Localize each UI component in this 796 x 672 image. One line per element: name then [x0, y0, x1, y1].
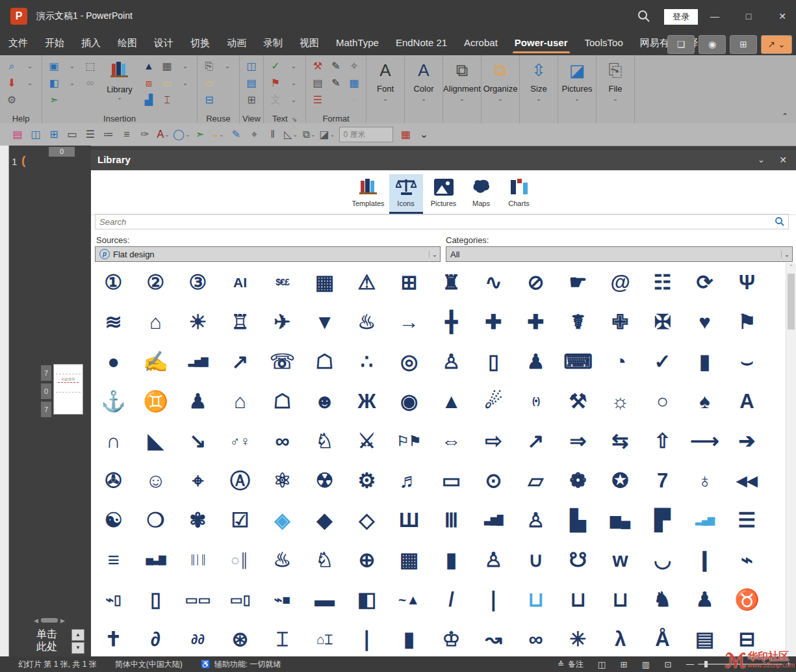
america-flag-icon[interactable]: ⚑	[726, 302, 768, 342]
arrow-right-outline-icon[interactable]: ⇨	[472, 421, 515, 461]
anchor-icon[interactable]: ⚓	[92, 381, 135, 421]
beaker-empty-icon[interactable]: ⊔	[557, 580, 599, 619]
number-2-icon[interactable]: ②	[135, 263, 177, 302]
library-tab-templates[interactable]: Templates	[352, 174, 385, 214]
bar-list-icon[interactable]: ☰	[726, 500, 768, 540]
language-indicator[interactable]: 简体中文(中国大陆)	[115, 659, 183, 670]
alignment-button[interactable]: ⧉Alignment⌄	[443, 55, 481, 129]
file-button[interactable]: ⎘File⌄	[597, 55, 635, 129]
apricot-icon[interactable]: ○	[641, 381, 684, 421]
baseball-batter-icon[interactable]: ♙	[472, 540, 515, 580]
align-left-button[interactable]: ☰	[82, 126, 99, 143]
chevron-down-icon[interactable]: ⌄	[64, 58, 80, 75]
cyclist-2-icon[interactable]: Å	[641, 619, 684, 656]
chevron-down-icon[interactable]: ⌄	[177, 58, 193, 75]
analysts-team-icon[interactable]: ♟	[515, 342, 557, 381]
comments-button[interactable]: ❏	[667, 35, 695, 54]
pictures-button[interactable]: ◪Pictures⌄	[558, 55, 597, 129]
ribbon-tab-Power-user[interactable]: Power-user	[506, 32, 576, 55]
farm-barn-icon[interactable]: ⌂	[135, 302, 177, 342]
ribbon-tab-动画[interactable]: 动画	[218, 32, 255, 55]
activity-pulse-icon[interactable]: ∿	[472, 263, 515, 302]
arrow-up-right-icon[interactable]: ↗	[515, 421, 557, 461]
ribbon-icon[interactable]: ⊟	[201, 92, 217, 109]
bicep-arms-icon[interactable]: ∂∂	[177, 619, 219, 656]
animator-desk-icon[interactable]: ♟	[177, 381, 219, 421]
ribbon-icon[interactable]: 文	[268, 92, 283, 109]
chevron-down-icon[interactable]: ⌄	[177, 75, 193, 92]
airport-icon[interactable]: ✈	[261, 302, 303, 342]
font-color-button[interactable]: A⌄	[155, 126, 172, 143]
horizontal-scrollbar[interactable]: ◀ ▶	[34, 616, 83, 625]
arrow-both-outline-icon[interactable]: ⇔	[430, 421, 472, 461]
atomic-bomb-icon[interactable]: ☢	[303, 461, 346, 500]
antenna-tower-icon[interactable]: ▲	[430, 381, 472, 421]
lasso-button[interactable]: ⌖	[246, 126, 263, 143]
ribbon-tab-录制[interactable]: 录制	[255, 32, 291, 55]
size-button[interactable]: ⇳Size⌄	[520, 55, 558, 129]
ribbon-icon[interactable]: ⧈	[141, 75, 157, 92]
analyst-phone-icon[interactable]: ☏	[261, 342, 303, 381]
slide-number[interactable]: 1	[12, 156, 17, 167]
record-button[interactable]: ◉	[699, 35, 726, 54]
ribbon-tab-设计[interactable]: 设计	[146, 32, 182, 55]
bar-chart-person-icon[interactable]: ♙	[515, 500, 557, 540]
battery-half-icon[interactable]: ◧	[346, 580, 388, 619]
bank-1-icon[interactable]: Ш	[388, 500, 430, 540]
ambulance-5-icon[interactable]: ✠	[641, 302, 684, 342]
arrow-long-thin-icon[interactable]: ⟶	[684, 421, 726, 461]
anvil-icon[interactable]: ⚒	[557, 381, 599, 421]
qat-more-button[interactable]: ⌄	[415, 126, 432, 143]
ribbon-icon[interactable]: ➣	[46, 92, 62, 109]
artist-fans-icon[interactable]: ☺	[135, 461, 177, 500]
art-reel-icon[interactable]: ✇	[92, 461, 135, 500]
chevron-down-icon[interactable]: ⌄	[286, 58, 302, 75]
ribbon-icon[interactable]: ⌕	[4, 58, 19, 75]
library-tab-maps[interactable]: Maps	[465, 174, 498, 214]
battery-charging-icon[interactable]: ⌁	[726, 540, 768, 580]
bid-winner-icon[interactable]: ♔	[430, 619, 472, 656]
save-button[interactable]: ▤	[9, 126, 26, 143]
beaker-blue-icon[interactable]: ⊔	[515, 580, 557, 619]
arrow-right-outline-2-icon[interactable]: ⇒	[557, 421, 599, 461]
align-paragraph-button[interactable]: ≔	[100, 126, 117, 143]
ribbon-icon[interactable]: ✧	[346, 92, 362, 109]
antenna-rings-icon[interactable]: ◉	[388, 381, 430, 421]
ribbon-icon[interactable]: ▤	[244, 75, 259, 92]
farm-silo-icon[interactable]: ♖	[219, 302, 261, 342]
robotic-arm-icon[interactable]: ⚙	[346, 461, 388, 500]
number-3-icon[interactable]: ③	[177, 263, 219, 302]
basket-icon[interactable]: ∪	[515, 540, 557, 580]
zoom-out-button[interactable]: —	[686, 660, 694, 669]
analytics-dots-icon[interactable]: ∴	[346, 342, 388, 381]
area-chart-icon[interactable]: ◣	[135, 421, 177, 461]
escape-run-icon[interactable]: →	[388, 302, 430, 342]
saxophones-icon[interactable]: ♬	[388, 461, 430, 500]
beaker-dark-icon[interactable]: ⊔	[599, 580, 641, 619]
wheat-icon[interactable]: Ψ	[726, 263, 768, 302]
chevron-down-icon[interactable]: ⌄	[758, 155, 765, 164]
ribbon-icon[interactable]: ☰	[310, 92, 326, 109]
ribbon-icon[interactable]: ∞	[83, 75, 98, 92]
share-button[interactable]: ↗ ⌄	[761, 35, 792, 54]
color-button[interactable]: AColor⌄	[405, 55, 443, 129]
library-tab-icons[interactable]: Icons	[389, 174, 423, 214]
barking-dog-icon[interactable]: ♘	[303, 540, 346, 580]
ballot-box-icon[interactable]: ☑	[219, 500, 261, 540]
align-justify-button[interactable]: ≡	[118, 126, 135, 143]
chevron-down-icon[interactable]: ⌄	[286, 75, 302, 92]
big-ben-1-icon[interactable]: ⌶	[261, 619, 303, 656]
ribbon-icon[interactable]: ▤	[310, 75, 326, 92]
shape-button[interactable]: ◯⌄	[173, 126, 190, 143]
ribbon-icon[interactable]: ▱	[201, 75, 217, 92]
ribbon-icon[interactable]: ⌶	[159, 92, 175, 109]
barcode-scanner-icon[interactable]: ◌║	[219, 540, 261, 580]
america-heart-icon[interactable]: ♥	[684, 302, 726, 342]
ad-blocker-icon[interactable]: ⊘	[515, 263, 557, 302]
funnel-icon[interactable]: ▼	[303, 302, 346, 342]
band-aid-dark-icon[interactable]: ◆	[303, 500, 346, 540]
ambulance-2-icon[interactable]: ✚	[515, 302, 557, 342]
boar-icon[interactable]: ♉	[726, 580, 768, 619]
party-balloons-icon[interactable]: ✾	[177, 500, 219, 540]
analyst-laptop-icon[interactable]: ⌨	[557, 342, 599, 381]
